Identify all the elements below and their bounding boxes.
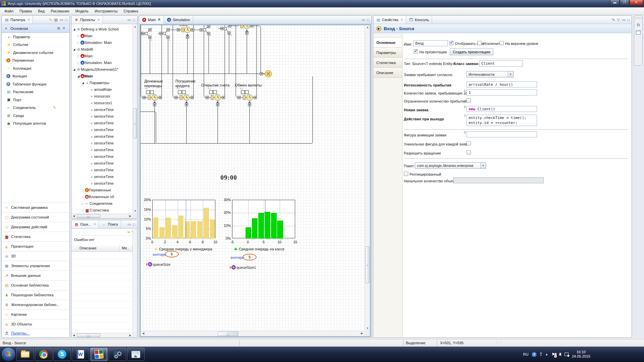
palette-group[interactable]: ⇗Внешние данные <box>2 270 69 280</box>
tree-item-serviceTime[interactable]: ◕serviceTime <box>71 140 132 146</box>
tree-item-serviceTime[interactable]: ◕serviceTime <box>71 146 132 153</box>
unique-shape-checkbox[interactable] <box>467 141 471 145</box>
batch-input[interactable]: 1 <box>467 89 537 96</box>
tree-item-Simulation: Main[interactable]: ▷XSimulation: Main <box>71 59 132 66</box>
maximize-panel-icon[interactable]: □ <box>627 18 630 22</box>
maximize-panel-icon[interactable]: □ <box>133 222 135 226</box>
tree-expander-icon[interactable]: ◢ <box>72 28 76 31</box>
layout-grid-icon[interactable]: ⊞ <box>57 26 60 31</box>
menu-Инструменты[interactable]: Инструменты <box>92 8 121 14</box>
tree-item-Main[interactable]: ▷AMain <box>71 53 132 59</box>
arrivals-dropdown[interactable]: Интенсивности▼ <box>467 71 514 77</box>
editor-tab-Main[interactable]: AMain✕ <box>139 16 164 24</box>
create-presentation-button[interactable]: Создать презентацию <box>450 48 493 55</box>
palette-group[interactable]: ▦Элементы управления <box>2 261 69 270</box>
restore-button[interactable]: ❐ <box>620 0 629 5</box>
palette-group[interactable]: ◭Презентация <box>2 241 69 251</box>
section-tab-Параметры[interactable]: Параметры <box>374 48 402 58</box>
palette-group[interactable]: ⟁3D <box>2 251 69 261</box>
minimize-panel-icon[interactable]: ▭ <box>362 18 365 22</box>
palette-item[interactable]: ▣Порт <box>2 96 69 104</box>
palette-group[interactable]: ⬙3D Объекты <box>2 319 69 329</box>
menu-Справка[interactable]: Справка <box>121 8 141 14</box>
palette-group[interactable]: ▱Картинки <box>2 309 69 319</box>
keyboard-language[interactable]: RU <box>523 352 528 356</box>
tree-item-Simulation: Main[interactable]: ▷XSimulation: Main <box>71 39 132 46</box>
close-button[interactable]: ✕ <box>630 0 643 5</box>
tree-item-serviceTime[interactable]: ◕serviceTime <box>71 133 132 140</box>
tab-search[interactable]: ⌕ Поиск <box>99 220 121 228</box>
view-menu-icon[interactable]: ▤ <box>54 18 58 22</box>
replicated-checkbox[interactable] <box>404 172 408 176</box>
minimize-panel-icon[interactable]: ▭ <box>60 18 63 22</box>
pin-icon[interactable]: ✎ <box>612 18 615 22</box>
tree-item-serviceTime[interactable]: ◕serviceTime <box>71 173 132 180</box>
tree-expander-icon[interactable]: ▷ <box>76 41 80 44</box>
show-hidden-chevron-icon[interactable]: ▲ <box>545 353 548 356</box>
on-presentation-checkbox[interactable] <box>414 49 418 54</box>
canvas-horizontal-scrollbar[interactable]: ◀ ||| ▶ <box>141 331 365 336</box>
section-tab-Статистика[interactable]: Статистика <box>374 58 402 68</box>
taskbar-steam-button[interactable] <box>109 348 126 361</box>
show-hidden-icons[interactable]: ⧉▾ <box>540 352 542 356</box>
taskbar-word-button[interactable]: W <box>72 348 89 361</box>
entity-class-input[interactable]: Client <box>479 60 523 67</box>
errors-horizontal-scrollbar[interactable]: ◀ ||| ▶ <box>71 333 132 338</box>
editor-tab-Simulation[interactable]: XSimulation <box>164 16 193 24</box>
anim-shape-input[interactable] <box>467 131 537 137</box>
section-tab-Основные[interactable]: Основные <box>374 38 402 48</box>
tab-properties[interactable]: ▤ Свойства✕ <box>373 16 406 24</box>
palette-group[interactable]: ⇨Системная динамика <box>2 202 69 212</box>
resize-handle[interactable]: ⋮⋮ <box>496 341 502 344</box>
tree-item-Модель2(Конечная)1*[interactable]: ◢⬢Модель2(Конечная)1* <box>71 66 132 73</box>
tree-item-Defining a Work Sched[interactable]: ◢⬢Defining a Work Sched <box>71 26 132 33</box>
errors-vertical-scrollbar[interactable] <box>132 229 137 333</box>
palette-item[interactable]: FТабличная функция <box>2 80 69 88</box>
close-icon[interactable]: ✕ <box>94 223 96 226</box>
tab-errors[interactable]: ▦ Оши...✕ <box>71 220 99 228</box>
exit-action-input[interactable]: entity.checkTime = time();entity.id = ++… <box>467 115 537 126</box>
tree-item-resources1[interactable]: ◕resources1 <box>71 100 132 106</box>
tree-expander-icon[interactable]: ▷ <box>76 35 80 38</box>
tree-expander-icon[interactable]: ▷ <box>81 189 85 192</box>
tree-item-serviceTime[interactable]: ◕serviceTime <box>71 153 132 160</box>
taskbar-anylogic-button[interactable] <box>90 348 108 361</box>
network-icon[interactable] <box>565 353 569 356</box>
minimize-panel-icon[interactable]: ▭ <box>127 222 131 227</box>
view-menu-chevron-icon[interactable]: ▽ <box>617 18 620 22</box>
palette-item[interactable]: ◉Популяция агентов <box>2 120 69 128</box>
menu-Файл[interactable]: Файл <box>1 8 16 14</box>
close-icon[interactable]: ✕ <box>97 18 100 21</box>
console-view-icon[interactable] <box>636 31 641 35</box>
column-description[interactable]: Описание <box>77 245 120 251</box>
tree-item-serviceTime[interactable]: ◕serviceTime <box>71 106 132 113</box>
tree-item-Main[interactable]: ◢AMain <box>71 73 132 79</box>
palette-item[interactable]: ⚡Динамическое событие <box>2 49 69 57</box>
new-entity-input[interactable]: new Client() <box>467 106 537 112</box>
taskbar-photos-button[interactable] <box>127 348 145 361</box>
name-input[interactable]: Вход <box>413 40 448 46</box>
tree-item-Соединители[interactable]: ▷⌐Соединители <box>71 200 132 207</box>
palette-item[interactable]: ∴Коллекция <box>2 64 69 72</box>
rotation-checkbox[interactable] <box>467 150 471 155</box>
rate-input[interactable]: arrivalRate / hour() <box>467 81 537 87</box>
projects-horizontal-scrollbar[interactable]: ◀ ||| ▶ <box>71 214 132 218</box>
minimize-panel-icon[interactable]: ▭ <box>127 18 131 22</box>
tray-clock[interactable]: 16:10 24.05.2015 <box>572 350 590 359</box>
tree-item-Model8[interactable]: ◢⬢Model8 <box>71 46 132 53</box>
maximize-panel-icon[interactable]: □ <box>367 18 369 22</box>
palette-group[interactable]: ◇Диаграмма действий <box>2 222 69 232</box>
tree-expander-icon[interactable]: ▷ <box>81 209 85 212</box>
palette-item[interactable]: VПеременная <box>2 57 69 65</box>
model-canvas[interactable]: TF TF TF F PTPTPTPT Денежные переводыПог… <box>141 25 365 331</box>
tree-expander-icon[interactable]: ▷ <box>81 202 85 205</box>
column-location[interactable]: Ме.. <box>120 245 132 251</box>
tree-item-Main[interactable]: ▷AMain <box>71 33 132 39</box>
tree-expander-icon[interactable]: ▷ <box>76 61 80 64</box>
tab-console[interactable]: 🗔 Консоль <box>406 16 432 24</box>
tree-item-Вложенные об[interactable]: ▷AВложенные об <box>71 193 132 200</box>
tree-expander-icon[interactable]: ▷ <box>76 55 80 58</box>
projects-vertical-scrollbar[interactable]: ▲ ≡ ▼ <box>132 24 137 214</box>
palette-item[interactable]: FФункция <box>2 72 69 80</box>
palette-item[interactable]: ▤Расписание <box>2 88 69 96</box>
